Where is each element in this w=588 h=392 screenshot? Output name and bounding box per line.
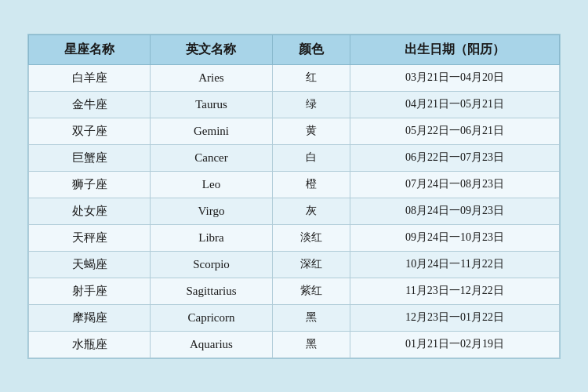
table-row: 天蝎座Scorpio深红10月24日一11月22日 <box>29 251 560 278</box>
cell-chinese-name: 巨蟹座 <box>29 144 151 171</box>
table-row: 金牛座Taurus绿04月21日一05月21日 <box>29 91 560 118</box>
cell-english-name: Libra <box>151 224 273 251</box>
cell-dates: 08月24日一09月23日 <box>350 198 560 224</box>
cell-english-name: Capricorn <box>151 304 273 331</box>
cell-dates: 05月22日一06月21日 <box>350 118 560 144</box>
cell-dates: 11月23日一12月22日 <box>350 278 560 304</box>
cell-dates: 06月22日一07月23日 <box>350 144 560 171</box>
table-row: 摩羯座Capricorn黑12月23日一01月22日 <box>29 304 560 331</box>
cell-chinese-name: 双子座 <box>29 118 151 144</box>
table-row: 处女座Virgo灰08月24日一09月23日 <box>29 198 560 224</box>
cell-chinese-name: 狮子座 <box>29 171 151 198</box>
table-body: 白羊座Aries红03月21日一04月20日金牛座Taurus绿04月21日一0… <box>29 64 560 358</box>
cell-color: 黄 <box>272 118 350 144</box>
cell-color: 白 <box>272 144 350 171</box>
table-row: 白羊座Aries红03月21日一04月20日 <box>29 64 560 91</box>
cell-dates: 10月24日一11月22日 <box>350 251 560 278</box>
table-row: 天秤座Libra淡红09月24日一10月23日 <box>29 224 560 251</box>
cell-english-name: Cancer <box>151 144 273 171</box>
cell-chinese-name: 射手座 <box>29 278 151 304</box>
header-chinese-name: 星座名称 <box>29 34 151 64</box>
cell-chinese-name: 白羊座 <box>29 64 151 91</box>
cell-dates: 12月23日一01月22日 <box>350 304 560 331</box>
cell-english-name: Scorpio <box>151 251 273 278</box>
header-dates: 出生日期（阳历） <box>350 34 560 64</box>
cell-dates: 03月21日一04月20日 <box>350 64 560 91</box>
cell-color: 深红 <box>272 251 350 278</box>
cell-english-name: Aquarius <box>151 331 273 358</box>
zodiac-table: 星座名称 英文名称 颜色 出生日期（阳历） 白羊座Aries红03月21日一04… <box>28 34 560 358</box>
cell-color: 灰 <box>272 198 350 224</box>
table-header-row: 星座名称 英文名称 颜色 出生日期（阳历） <box>29 34 560 64</box>
cell-color: 橙 <box>272 171 350 198</box>
cell-chinese-name: 金牛座 <box>29 91 151 118</box>
cell-english-name: Virgo <box>151 198 273 224</box>
cell-chinese-name: 天蝎座 <box>29 251 151 278</box>
cell-chinese-name: 水瓶座 <box>29 331 151 358</box>
cell-color: 淡红 <box>272 224 350 251</box>
header-english-name: 英文名称 <box>151 34 273 64</box>
table-row: 射手座Sagittarius紫红11月23日一12月22日 <box>29 278 560 304</box>
cell-dates: 04月21日一05月21日 <box>350 91 560 118</box>
table-row: 巨蟹座Cancer白06月22日一07月23日 <box>29 144 560 171</box>
table-row: 双子座Gemini黄05月22日一06月21日 <box>29 118 560 144</box>
table-row: 狮子座Leo橙07月24日一08月23日 <box>29 171 560 198</box>
cell-color: 黑 <box>272 304 350 331</box>
cell-dates: 09月24日一10月23日 <box>350 224 560 251</box>
cell-chinese-name: 摩羯座 <box>29 304 151 331</box>
cell-color: 紫红 <box>272 278 350 304</box>
cell-dates: 07月24日一08月23日 <box>350 171 560 198</box>
zodiac-table-container: 星座名称 英文名称 颜色 出生日期（阳历） 白羊座Aries红03月21日一04… <box>27 34 561 359</box>
cell-chinese-name: 天秤座 <box>29 224 151 251</box>
cell-color: 黑 <box>272 331 350 358</box>
cell-color: 绿 <box>272 91 350 118</box>
cell-english-name: Aries <box>151 64 273 91</box>
cell-english-name: Gemini <box>151 118 273 144</box>
cell-english-name: Taurus <box>151 91 273 118</box>
cell-english-name: Sagittarius <box>151 278 273 304</box>
table-row: 水瓶座Aquarius黑01月21日一02月19日 <box>29 331 560 358</box>
cell-color: 红 <box>272 64 350 91</box>
cell-dates: 01月21日一02月19日 <box>350 331 560 358</box>
header-color: 颜色 <box>272 34 350 64</box>
cell-chinese-name: 处女座 <box>29 198 151 224</box>
cell-english-name: Leo <box>151 171 273 198</box>
